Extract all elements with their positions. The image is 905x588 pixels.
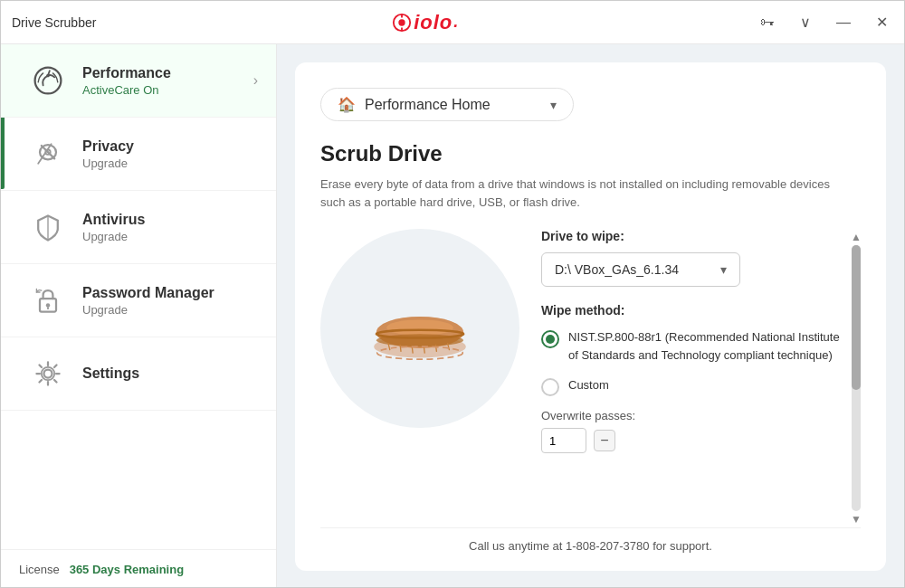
close-button[interactable]: ✕ xyxy=(871,10,893,34)
nav-dropdown[interactable]: 🏠 Performance Home ▾ xyxy=(320,88,574,121)
radio-option-nist[interactable]: NIST.SP.800-88r1 (Recommended National I… xyxy=(541,328,844,364)
sidebar: Performance ActiveCare On › Privacy Upgr… xyxy=(1,44,277,588)
radio-nist-inner xyxy=(546,335,555,344)
window-controls: 🗝 ∨ — ✕ xyxy=(755,10,893,34)
sidebar-item-antivirus[interactable]: Antivirus Upgrade xyxy=(1,191,276,264)
iolo-logo-icon xyxy=(392,13,412,33)
drive-select-chevron: ▾ xyxy=(720,262,727,277)
svg-line-25 xyxy=(424,346,424,353)
privacy-icon xyxy=(28,134,68,174)
main-layout: Performance ActiveCare On › Privacy Upgr… xyxy=(1,44,904,588)
svg-point-5 xyxy=(46,74,50,78)
sidebar-item-privacy[interactable]: Privacy Upgrade xyxy=(1,118,276,191)
performance-chevron: › xyxy=(253,72,258,89)
sidebar-footer: License 365 Days Remaining xyxy=(1,549,276,588)
restore-button[interactable]: ∨ xyxy=(795,10,816,34)
key-button[interactable]: 🗝 xyxy=(755,11,780,34)
antivirus-label: Antivirus xyxy=(82,212,258,228)
radio-option-custom[interactable]: Custom xyxy=(541,376,844,396)
scrub-content: Drive to wipe: D:\ VBox_GAs_6.1.34 ▾ Wip… xyxy=(320,229,861,527)
performance-icon xyxy=(28,61,68,100)
title-bar: Drive Scrubber iolo . 🗝 ∨ — ✕ xyxy=(1,1,904,44)
svg-point-12 xyxy=(46,303,51,308)
radio-nist-label: NIST.SP.800-88r1 (Recommended National I… xyxy=(568,328,844,364)
logo: iolo . xyxy=(392,11,459,34)
content-footer: Call us anytime at 1-808-207-3780 for su… xyxy=(320,527,861,553)
svg-line-24 xyxy=(412,346,413,353)
support-text: Call us anytime at 1-808-207-3780 for su… xyxy=(469,539,712,553)
scrub-illustration xyxy=(320,229,519,428)
svg-line-26 xyxy=(436,345,437,351)
drive-label: Drive to wipe: xyxy=(541,229,844,243)
options-container: Drive to wipe: D:\ VBox_GAs_6.1.34 ▾ Wip… xyxy=(541,229,861,527)
password-manager-sublabel: Upgrade xyxy=(82,303,258,317)
scrollbar: ▲ ▼ xyxy=(852,229,861,527)
radio-custom-label: Custom xyxy=(568,376,609,394)
wipe-method-label: Wipe method: xyxy=(541,303,844,318)
content-area: 🏠 Performance Home ▾ Scrub Drive Erase e… xyxy=(277,44,904,588)
scroll-thumb[interactable] xyxy=(852,245,861,390)
svg-point-19 xyxy=(386,319,453,336)
performance-label: Performance xyxy=(82,65,253,81)
minimize-button[interactable]: — xyxy=(831,11,856,34)
settings-icon xyxy=(28,354,68,394)
page-description: Erase every byte of data from a drive th… xyxy=(320,175,845,211)
sidebar-item-performance[interactable]: Performance ActiveCare On › xyxy=(1,44,276,118)
performance-sublabel: ActiveCare On xyxy=(82,83,253,97)
content-card: 🏠 Performance Home ▾ Scrub Drive Erase e… xyxy=(295,62,886,571)
options-panel: Drive to wipe: D:\ VBox_GAs_6.1.34 ▾ Wip… xyxy=(541,229,852,527)
privacy-sublabel: Upgrade xyxy=(82,156,258,170)
svg-line-23 xyxy=(400,345,401,351)
brush-image xyxy=(357,283,483,374)
svg-point-1 xyxy=(398,19,405,25)
overwrite-control: − xyxy=(541,428,844,453)
nav-dropdown-label: Performance Home xyxy=(365,97,550,113)
drive-select[interactable]: D:\ VBox_GAs_6.1.34 ▾ xyxy=(541,252,740,287)
drive-select-value: D:\ VBox_GAs_6.1.34 xyxy=(555,262,720,277)
overwrite-minus-button[interactable]: − xyxy=(594,430,615,451)
antivirus-icon xyxy=(28,207,68,247)
privacy-label: Privacy xyxy=(82,138,258,155)
nav-dropdown-chevron: ▾ xyxy=(550,98,557,112)
home-icon: 🏠 xyxy=(338,96,356,113)
license-days: 365 Days Remaining xyxy=(70,563,184,576)
app-title: Drive Scrubber xyxy=(12,15,96,30)
antivirus-sublabel: Upgrade xyxy=(82,230,258,243)
radio-custom-circle[interactable] xyxy=(541,378,559,396)
settings-label: Settings xyxy=(82,365,258,382)
overwrite-section: Overwrite passes: − xyxy=(541,409,844,453)
password-manager-icon xyxy=(28,280,68,320)
password-manager-label: Password Manager xyxy=(82,285,258,301)
radio-nist-circle[interactable] xyxy=(541,330,559,348)
page-title: Scrub Drive xyxy=(320,141,861,166)
logo-text: iolo xyxy=(414,11,452,34)
svg-point-14 xyxy=(44,370,52,378)
overwrite-label: Overwrite passes: xyxy=(541,409,844,422)
license-label: License xyxy=(19,563,60,576)
sidebar-item-password-manager[interactable]: Password Manager Upgrade xyxy=(1,264,276,337)
sidebar-item-settings[interactable]: Settings xyxy=(1,337,276,411)
overwrite-input[interactable] xyxy=(541,428,586,453)
